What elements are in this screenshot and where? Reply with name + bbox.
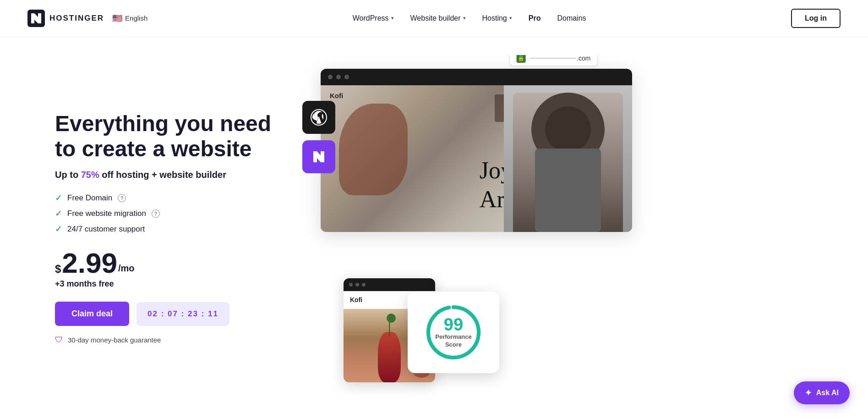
hero-subtitle: Up to 75% off hosting + website builder bbox=[55, 170, 284, 180]
header-left: HOSTINGER 🇺🇸 English bbox=[27, 10, 147, 27]
ask-ai-button[interactable]: ✦ Ask AI bbox=[794, 381, 850, 404]
nav-hosting-label: Hosting bbox=[482, 14, 507, 22]
url-line bbox=[530, 58, 576, 59]
price-bonus: +3 months free bbox=[55, 279, 284, 289]
wordpress-icon-tile bbox=[302, 101, 335, 134]
browser-site-name: Kofi bbox=[330, 92, 343, 99]
language-label: English bbox=[125, 14, 147, 22]
logo-icon bbox=[27, 10, 45, 27]
performance-number: 99 bbox=[435, 316, 471, 333]
performance-inner: 99 Performance Score bbox=[435, 316, 471, 349]
countdown-timer: 02 : 07 : 23 : 11 bbox=[136, 302, 229, 326]
ssl-icon: 🔒 bbox=[516, 55, 525, 63]
help-icon-domain[interactable]: ? bbox=[118, 194, 126, 202]
wordpress-chevron-icon: ▾ bbox=[391, 15, 394, 21]
person-image bbox=[504, 85, 632, 232]
browser-window-card: Kofi Joyce Beale, Art photograp bbox=[321, 69, 632, 232]
price-dollar-sign: $ bbox=[55, 263, 61, 276]
help-icon-migration[interactable]: ? bbox=[152, 210, 160, 218]
icon-tiles bbox=[302, 101, 335, 173]
hero-right: 🔒 .com bbox=[284, 55, 841, 401]
mobile-dot-3 bbox=[362, 283, 366, 287]
shield-icon: 🛡 bbox=[55, 335, 63, 345]
nav-hosting[interactable]: Hosting ▾ bbox=[482, 14, 512, 22]
url-dot-com: .com bbox=[577, 55, 590, 62]
cta-row: Claim deal 02 : 07 : 23 : 11 bbox=[55, 302, 284, 326]
logo-text: HOSTINGER bbox=[49, 14, 104, 23]
guarantee-text: 30-day money-back guarantee bbox=[68, 336, 161, 344]
price-row: $ 2.99 /mo bbox=[55, 249, 284, 277]
main-content: Everything you need to create a website … bbox=[0, 37, 868, 419]
discount-highlight: 75% bbox=[81, 170, 99, 180]
feature-migration-text: Free website migration bbox=[67, 209, 146, 218]
feature-support: ✓ 24/7 customer support bbox=[55, 224, 284, 234]
feature-migration: ✓ Free website migration ? bbox=[55, 209, 284, 219]
check-icon-migration: ✓ bbox=[55, 209, 62, 219]
feature-support-text: 24/7 customer support bbox=[67, 225, 145, 234]
claim-deal-button[interactable]: Claim deal bbox=[55, 302, 129, 326]
language-selector[interactable]: 🇺🇸 English bbox=[112, 13, 147, 23]
browser-dot-3 bbox=[344, 75, 349, 79]
nav-website-builder-label: Website builder bbox=[410, 14, 461, 22]
nav-wordpress-label: WordPress bbox=[353, 14, 389, 22]
hosting-chevron-icon: ▾ bbox=[509, 15, 512, 21]
nav-pro[interactable]: Pro bbox=[529, 14, 541, 22]
money-back-guarantee: 🛡 30-day money-back guarantee bbox=[55, 335, 284, 345]
browser-content: Kofi Joyce Beale, Art photograp bbox=[321, 85, 632, 232]
browser-topbar bbox=[321, 69, 632, 85]
performance-circle: 99 Performance Score bbox=[424, 303, 483, 362]
feature-free-domain: ✓ Free Domain ? bbox=[55, 193, 284, 203]
nav-website-builder[interactable]: Website builder ▾ bbox=[410, 14, 466, 22]
ask-ai-label: Ask AI bbox=[816, 389, 839, 397]
hostinger-icon-tile bbox=[302, 140, 335, 173]
browser-dot-2 bbox=[336, 75, 341, 79]
logo[interactable]: HOSTINGER bbox=[27, 10, 104, 27]
header-right: Log in bbox=[791, 9, 841, 28]
nav-pro-label: Pro bbox=[529, 14, 541, 22]
hero-title: Everything you need to create a website bbox=[55, 111, 284, 161]
hostinger-logo-icon bbox=[310, 148, 328, 166]
website-builder-chevron-icon: ▾ bbox=[463, 15, 466, 21]
us-flag-icon: 🇺🇸 bbox=[112, 13, 122, 23]
mobile-site-name: Kofi bbox=[350, 296, 362, 303]
pricing-section: $ 2.99 /mo +3 months free bbox=[55, 249, 284, 289]
main-nav: WordPress ▾ Website builder ▾ Hosting ▾ … bbox=[353, 14, 586, 22]
check-icon-domain: ✓ bbox=[55, 193, 62, 203]
features-list: ✓ Free Domain ? ✓ Free website migration… bbox=[55, 193, 284, 234]
nav-wordpress[interactable]: WordPress ▾ bbox=[353, 14, 394, 22]
hero-left: Everything you need to create a website … bbox=[55, 111, 284, 345]
url-bar: 🔒 .com bbox=[509, 55, 597, 66]
mobile-dot-2 bbox=[355, 283, 359, 287]
mobile-topbar bbox=[344, 278, 435, 291]
header: HOSTINGER 🇺🇸 English WordPress ▾ Website… bbox=[0, 0, 868, 37]
feature-domain-text: Free Domain bbox=[67, 193, 112, 203]
nav-domains[interactable]: Domains bbox=[557, 14, 586, 22]
performance-score-card: 99 Performance Score bbox=[408, 292, 499, 373]
price-per-month: /mo bbox=[118, 263, 135, 274]
wordpress-logo-icon bbox=[310, 108, 328, 127]
sparkle-icon: ✦ bbox=[805, 388, 812, 398]
nav-domains-label: Domains bbox=[557, 14, 586, 22]
performance-label: Performance Score bbox=[435, 333, 471, 349]
browser-dot-1 bbox=[328, 75, 333, 79]
mobile-dot-1 bbox=[349, 283, 353, 287]
check-icon-support: ✓ bbox=[55, 224, 62, 234]
price-amount: 2.99 bbox=[62, 249, 117, 277]
login-button[interactable]: Log in bbox=[791, 9, 841, 28]
